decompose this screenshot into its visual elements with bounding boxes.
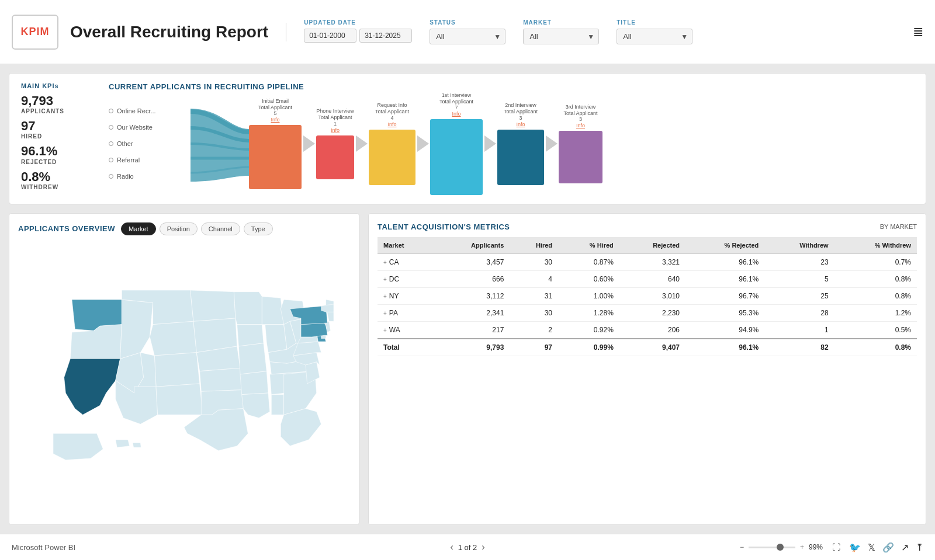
tab-position[interactable]: Position [160,222,198,235]
tab-channel[interactable]: Channel [201,222,240,235]
share-icon[interactable]: ↗ [901,542,909,553]
by-market-label: BY MARKET [880,223,917,230]
cell-pct-hired: 1.28% [558,304,619,321]
state-la[interactable] [242,393,270,418]
state-ak[interactable] [53,433,103,460]
source-other-dot [109,141,113,146]
zoom-control: − + 99% ⛶ [740,542,840,552]
state-il[interactable] [265,325,287,353]
cell-market: +DC [378,270,433,287]
state-or[interactable] [70,325,122,359]
stage-third-interview-label: 3rd InterviewTotal Applicant [563,104,597,117]
tab-market[interactable]: Market [121,222,156,235]
applicants-tabs: Market Position Channel Type [121,222,273,235]
state-al[interactable] [271,395,283,415]
table-row: +DC 666 4 0.60% 640 96.1% 5 0.8% [378,270,917,287]
cell-hired: 2 [510,321,558,339]
footer-right: − + 99% ⛶ 🐦 𝕏 🔗 ↗ ⤒ [740,542,923,553]
cell-pct-rejected: 96.7% [685,287,764,304]
stage-initial-email-count: 5 [258,110,292,117]
state-nm[interactable] [156,384,203,415]
cell-pct-hired: 1.00% [558,287,619,304]
state-wy[interactable] [150,321,196,356]
state-ks[interactable] [200,368,242,391]
cell-pct-withdrew: 0.7% [834,253,917,270]
state-sc[interactable] [306,362,320,384]
next-page-arrow[interactable]: › [482,542,484,552]
state-mn[interactable] [234,292,262,325]
stage-third-interview-link[interactable]: Info [563,123,597,128]
footer-brand: Microsoft Power BI [12,543,740,552]
state-id[interactable] [120,300,153,359]
source-radio-dot [109,174,113,179]
stage-request-link[interactable]: Info [375,121,409,127]
stage-first-interview-link[interactable]: Info [439,111,473,117]
expand-button[interactable]: + [383,259,387,266]
hired-label: HIRED [21,133,97,140]
expand-button[interactable]: + [383,310,387,316]
prev-page-arrow[interactable]: ‹ [450,542,453,552]
stage-second-interview-block [497,130,544,185]
source-online: Online Recr... [109,107,185,114]
expand-button[interactable]: + [383,293,387,300]
state-wi[interactable] [262,297,283,325]
state-mo[interactable] [238,343,266,374]
stage-phone-block [316,135,354,179]
state-az[interactable] [116,381,158,425]
col-pct-rejected: % Rejected [685,237,764,254]
stage-phone-count: 1 [316,121,354,127]
market-dropdown[interactable]: All [523,29,599,44]
status-dropdown[interactable]: All [430,29,505,44]
tab-type[interactable]: Type [244,222,273,235]
state-ar[interactable] [240,371,268,395]
linkedin-icon[interactable]: 🔗 [882,542,894,553]
col-applicants: Applicants [433,237,510,254]
state-ia[interactable] [237,325,264,346]
state-fl[interactable] [280,409,321,446]
stage-phone-link[interactable]: Info [316,127,354,133]
cell-market: +WA [378,321,433,339]
total-pct-withdrew: 0.8% [834,339,917,356]
zoom-slider[interactable] [749,547,795,548]
zoom-plus[interactable]: + [800,543,804,551]
filters: UPDATED DATE STATUS All ▼ MARKET All ▼ [304,19,913,44]
expand-button[interactable]: + [383,327,387,333]
stage-first-interview: 1st InterviewTotal Applicant 7 Info [430,92,483,195]
source-website-label: Our Website [117,124,153,131]
menu-icon[interactable]: ≣ [913,25,923,40]
cell-market: +NY [378,287,433,304]
state-ca[interactable] [64,359,120,415]
arrow-1 [302,138,316,149]
cell-pct-withdrew: 1.2% [834,304,917,321]
fullscreen-icon[interactable]: ⛶ [832,542,840,552]
twitter-icon[interactable]: 𝕏 [868,542,875,553]
metrics-table-body: +CA 3,457 30 0.87% 3,321 96.1% 23 0.7% +… [378,253,917,356]
cell-applicants: 3,457 [433,253,510,270]
logo: KPIM [12,15,58,50]
source-other-label: Other [117,140,133,147]
date-from-input[interactable] [304,29,356,43]
state-hi2[interactable] [133,443,141,447]
stage-initial-email-label: Initial EmailTotal Applicant [258,98,292,111]
zoom-minus[interactable]: − [740,543,744,551]
state-co[interactable] [154,353,199,387]
state-hi[interactable] [116,440,130,447]
expand-button[interactable]: + [383,276,387,283]
applicants-value: 9,793 [21,94,97,108]
date-to-input[interactable] [359,29,412,43]
facebook-icon[interactable]: 🐦 [849,542,861,553]
stage-second-interview-link[interactable]: Info [504,121,538,127]
table-row: +PA 2,341 30 1.28% 2,230 95.3% 28 1.2% [378,304,917,321]
stage-initial-email-link[interactable]: Info [258,117,292,123]
state-ma[interactable] [321,304,334,312]
state-pa[interactable] [301,323,327,337]
col-hired: Hired [510,237,558,254]
export-icon[interactable]: ⤒ [916,542,923,553]
cell-pct-withdrew: 0.8% [834,287,917,304]
title-dropdown[interactable]: All [617,29,692,44]
cell-applicants: 2,341 [433,304,510,321]
stage-request-count: 4 [375,115,409,121]
applicants-label: APPLICANTS [21,108,97,114]
source-radio-label: Radio [117,173,134,180]
state-nd[interactable] [191,290,236,321]
